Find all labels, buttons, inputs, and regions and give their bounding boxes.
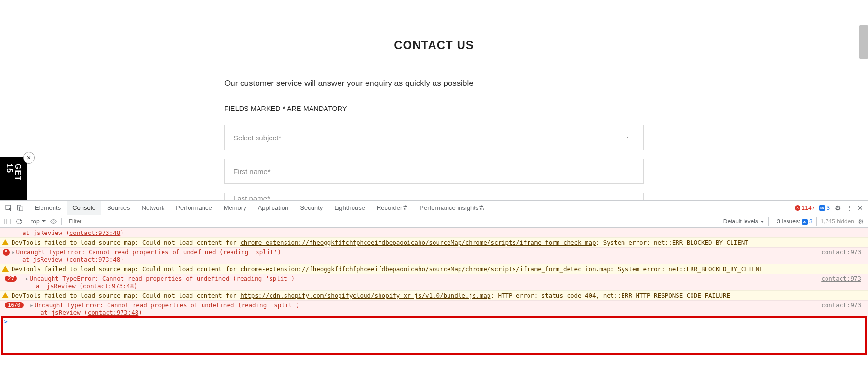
sidebar-toggle-icon[interactable]	[4, 218, 12, 225]
flask-icon: ⚗	[402, 204, 408, 211]
svg-line-6	[17, 220, 21, 223]
filter-input[interactable]	[66, 217, 123, 226]
svg-point-7	[53, 221, 54, 222]
issues-button[interactable]: 3 Issues: ✉ 3	[773, 217, 816, 226]
tab-lighthouse[interactable]: Lighthouse	[328, 201, 371, 215]
devtools-panel: Elements Console Sources Network Perform…	[0, 200, 868, 386]
device-icon[interactable]	[16, 204, 24, 212]
source-link[interactable]: contact:973	[821, 302, 861, 309]
eye-icon[interactable]	[50, 218, 57, 225]
repeat-count-badge: 1670	[5, 302, 24, 308]
close-devtools-icon[interactable]: ✕	[857, 204, 863, 212]
subject-select[interactable]: Select subject*	[224, 125, 644, 150]
source-link[interactable]: contact:973:48	[83, 282, 134, 290]
warning-icon	[2, 266, 9, 272]
console-toolbar: top Default levels 3 Issues: ✉ 3 1,745 h…	[0, 215, 868, 228]
log-warning: DevTools failed to load source map: Coul…	[0, 290, 868, 300]
repeat-count-badge: 27	[5, 276, 17, 282]
first-name-placeholder: First name*	[233, 167, 271, 176]
source-link[interactable]: contact:973:48	[69, 256, 120, 263]
source-link[interactable]: contact:973:48	[88, 309, 138, 316]
mandatory-note: FIELDS MARKED * ARE MANDATORY	[224, 105, 644, 112]
svg-rect-3	[5, 219, 11, 224]
console-settings-icon[interactable]: ⚙	[858, 218, 864, 225]
clear-console-icon[interactable]	[15, 218, 23, 225]
tab-memory[interactable]: Memory	[218, 201, 252, 215]
log-warning: DevTools failed to load source map: Coul…	[0, 264, 868, 274]
more-icon[interactable]: ⋮	[846, 204, 853, 212]
source-link[interactable]: contact:973	[821, 248, 861, 256]
context-selector[interactable]: top	[31, 218, 46, 225]
expand-caret-icon[interactable]: ▸	[25, 275, 29, 282]
last-name-placeholder: Last name*	[233, 194, 270, 200]
page-scrollbar[interactable]	[859, 25, 868, 59]
url-link[interactable]: chrome-extension://fheoggkfdfchfphceeifd…	[240, 239, 596, 246]
hidden-count: 1,745 hidden	[821, 218, 854, 225]
tab-elements[interactable]: Elements	[29, 201, 67, 215]
tab-sources[interactable]: Sources	[101, 201, 136, 215]
warning-icon	[2, 292, 9, 298]
source-link[interactable]: contact:973	[821, 275, 861, 282]
page-subtitle: Our customer service will answer your en…	[224, 79, 644, 88]
flask-icon: ⚗	[478, 204, 484, 211]
tab-performance[interactable]: Performance	[170, 201, 217, 215]
log-error-grouped: 27 ▸Uncaught TypeError: Cannot read prop…	[0, 274, 868, 290]
contact-form: CONTACT US Our customer service will ans…	[224, 0, 644, 200]
first-name-input[interactable]: First name*	[224, 159, 644, 184]
promo-widget[interactable]: GET 15	[0, 157, 27, 200]
last-name-input[interactable]: Last name*	[224, 193, 644, 200]
subject-placeholder: Select subject*	[233, 134, 281, 142]
svg-rect-2	[20, 207, 23, 211]
devtools-tabs: Elements Console Sources Network Perform…	[0, 201, 868, 215]
url-link[interactable]: https://cdn.shopify.com/shopifycloud/sho…	[240, 292, 490, 299]
tab-network[interactable]: Network	[136, 201, 171, 215]
error-icon	[3, 249, 10, 256]
log-level-selector[interactable]: Default levels	[719, 217, 769, 226]
console-log-area: at jsReview (contact:973:48) DevTools fa…	[0, 228, 868, 326]
inspect-icon[interactable]	[5, 204, 13, 212]
error-count-badge[interactable]: ×1147	[795, 205, 815, 211]
log-error-stack: at jsReview (contact:973:48)	[0, 228, 868, 237]
expand-caret-icon[interactable]: ▸	[12, 248, 15, 256]
gear-icon[interactable]: ⚙	[835, 204, 841, 212]
warning-icon	[2, 239, 9, 245]
tab-performance-insights[interactable]: Performance insights ⚗	[414, 201, 490, 215]
source-link[interactable]: contact:973:48	[69, 229, 120, 236]
tab-console[interactable]: Console	[67, 201, 101, 215]
console-prompt[interactable]: >	[0, 317, 868, 326]
log-warning: DevTools failed to load source map: Coul…	[0, 237, 868, 247]
message-count-badge[interactable]: ✉3	[819, 205, 830, 211]
tab-application[interactable]: Application	[252, 201, 295, 215]
tab-security[interactable]: Security	[294, 201, 328, 215]
expand-caret-icon[interactable]: ▸	[30, 302, 34, 309]
log-error-grouped: 1670 ▸Uncaught TypeError: Cannot read pr…	[0, 300, 868, 317]
url-link[interactable]: chrome-extension://fheoggkfdfchfphceeifd…	[240, 265, 610, 273]
page-title: CONTACT US	[224, 39, 644, 52]
chevron-down-icon	[625, 134, 633, 141]
log-error: ▸Uncaught TypeError: Cannot read propert…	[0, 247, 868, 264]
tab-recorder[interactable]: Recorder ⚗	[371, 201, 414, 215]
close-icon[interactable]: ×	[23, 152, 35, 164]
page-body: CONTACT US Our customer service will ans…	[0, 0, 868, 200]
